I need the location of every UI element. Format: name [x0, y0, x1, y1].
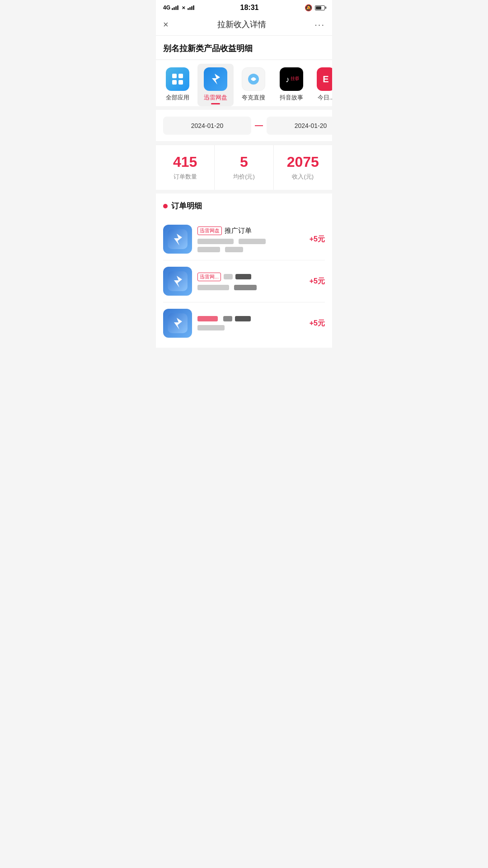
blurred-info-1c — [197, 247, 220, 252]
roaming-signal: ✕ — [182, 5, 185, 10]
order-item-1: 迅雷网盘 推广订单 +5元 — [163, 218, 325, 260]
svg-rect-2 — [172, 80, 177, 85]
status-right-icons: 🔕 — [305, 4, 325, 11]
order-info-3 — [197, 324, 304, 330]
order-app-icon-2 — [163, 267, 192, 296]
stat-order-count: 415 订单数量 — [156, 145, 215, 190]
tab-all-apps[interactable]: 全部应用 — [160, 64, 196, 106]
page-header: × 拉新收入详情 ··· — [156, 14, 332, 36]
order-app-icon-1 — [163, 225, 192, 254]
battery-icon — [315, 5, 325, 10]
app-tabs: 全部应用 迅雷网盘 夸克直搜 — [156, 64, 332, 106]
date-separator: — — [255, 121, 263, 130]
end-date-input[interactable] — [267, 117, 332, 135]
blurred-tag-3 — [197, 316, 218, 321]
douyin-icon: ♪ 挂载版 — [280, 67, 303, 91]
blurred-title-3 — [235, 316, 251, 321]
today-icon: E — [317, 67, 332, 91]
network-type: 4G — [163, 5, 170, 11]
order-type-1: 推广订单 — [225, 226, 252, 235]
orders-section: 订单明细 迅雷网盘 推广订单 — [156, 193, 332, 348]
tab-today[interactable]: E 今日... — [311, 64, 332, 106]
svg-rect-0 — [172, 74, 177, 78]
mute-icon: 🔕 — [305, 4, 312, 11]
avg-price-value: 5 — [240, 154, 248, 170]
tab-kuake-label: 夸克直搜 — [242, 94, 265, 102]
order-app-tag-1: 迅雷网盘 — [197, 226, 222, 235]
stat-avg-price: 5 均价(元) — [215, 145, 273, 190]
more-button[interactable]: ··· — [314, 19, 325, 30]
order-header-3 — [197, 316, 304, 321]
blurred-info-1d — [225, 247, 243, 252]
all-apps-icon — [166, 67, 189, 91]
blurred-info-2a — [197, 285, 229, 290]
blurred-info-1b — [239, 239, 266, 244]
orders-section-title: 订单明细 — [163, 201, 325, 211]
order-info-1 — [197, 238, 304, 244]
svg-rect-1 — [178, 74, 183, 78]
tab-today-label: 今日... — [318, 94, 332, 102]
tab-xunlei-label: 迅雷网盘 — [204, 94, 227, 102]
revenue-value: 2075 — [287, 154, 319, 170]
time-display: 18:31 — [240, 4, 259, 12]
date-filter-row: — 查询 — [156, 110, 332, 141]
tab-xunlei[interactable]: 迅雷网盘 — [197, 64, 234, 106]
tab-douyin[interactable]: ♪ 挂载版 抖音故事 — [273, 64, 310, 106]
blurred-tag-3b — [223, 316, 232, 321]
stats-row: 415 订单数量 5 均价(元) 2075 收入(元) — [156, 145, 332, 190]
order-content-3 — [197, 316, 304, 330]
order-amount-3: +5元 — [310, 319, 325, 328]
stat-revenue: 2075 收入(元) — [274, 145, 332, 190]
app-tabs-container: 全部应用 迅雷网盘 夸克直搜 — [156, 60, 332, 106]
signal-area: 4G ✕ — [163, 5, 194, 11]
kuake-icon — [242, 67, 265, 91]
revenue-label: 收入(元) — [292, 173, 314, 181]
signal-bars — [172, 5, 178, 10]
svg-text:挂载版: 挂载版 — [291, 76, 299, 81]
order-info-2 — [197, 284, 304, 290]
order-content-2: 迅雷网... — [197, 273, 304, 290]
order-app-tag-2: 迅雷网... — [197, 273, 221, 281]
page-title: 拉新收入详情 — [217, 19, 266, 30]
order-item-2: 迅雷网... +5元 — [163, 260, 325, 302]
section-title: 别名拉新类产品收益明细 — [156, 36, 332, 59]
order-info-1b — [197, 246, 304, 252]
tab-all-apps-label: 全部应用 — [166, 94, 189, 102]
orders-title-text: 订单明细 — [171, 201, 202, 211]
tab-douyin-label: 抖音故事 — [280, 94, 303, 102]
avg-price-label: 均价(元) — [233, 173, 255, 181]
blurred-tag-2 — [224, 274, 233, 279]
order-header-2: 迅雷网... — [197, 273, 304, 281]
order-app-icon-3 — [163, 309, 192, 338]
order-header-1: 迅雷网盘 推广订单 — [197, 226, 304, 235]
blurred-info-1a — [197, 239, 234, 244]
blurred-title-2 — [235, 274, 251, 279]
signal-bars-2 — [188, 5, 194, 10]
start-date-input[interactable] — [163, 117, 251, 135]
order-count-label: 订单数量 — [174, 173, 197, 181]
orders-dot-icon — [163, 204, 168, 208]
blurred-info-2b — [234, 285, 257, 290]
svg-rect-3 — [178, 80, 183, 85]
order-amount-2: +5元 — [310, 277, 325, 286]
tab-kuake[interactable]: 夸克直搜 — [235, 64, 272, 106]
order-count-value: 415 — [173, 154, 197, 170]
svg-text:♪: ♪ — [286, 75, 290, 84]
close-button[interactable]: × — [163, 19, 169, 30]
active-tab-indicator — [211, 103, 220, 104]
status-bar: 4G ✕ 18:31 🔕 — [156, 0, 332, 14]
blurred-info-3a — [197, 325, 225, 330]
order-content-1: 迅雷网盘 推广订单 — [197, 226, 304, 252]
order-item-3: +5元 — [163, 302, 325, 344]
order-amount-1: +5元 — [310, 235, 325, 244]
xunlei-icon — [204, 67, 227, 91]
